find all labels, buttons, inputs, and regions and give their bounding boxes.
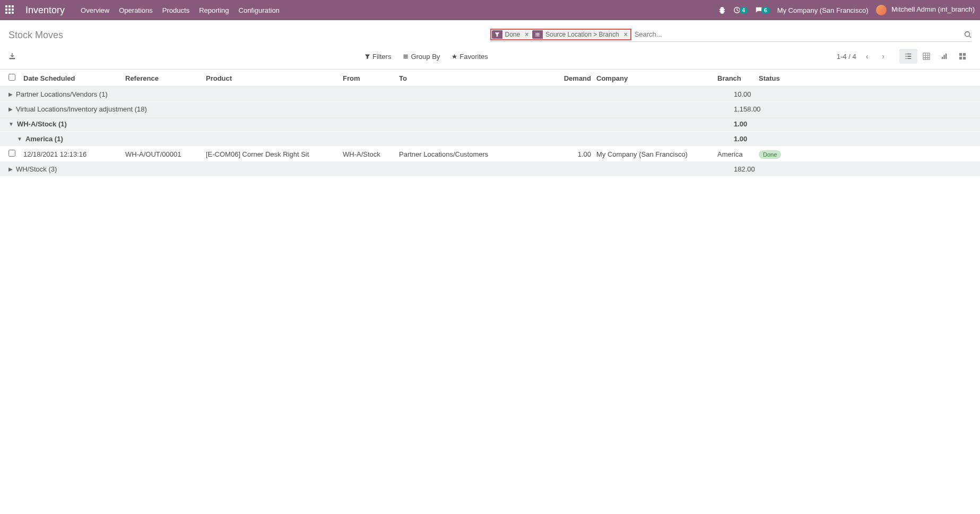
- topbar: Inventory Overview Operations Products R…: [0, 0, 980, 20]
- group-row[interactable]: ▶ Partner Locations/Vendors (1) 10.00: [0, 87, 980, 102]
- caret-down-icon: ▼: [17, 136, 22, 142]
- filters-button[interactable]: Filters: [365, 53, 391, 61]
- cell-ref: WH-A/OUT/00001: [125, 150, 206, 158]
- pager-text[interactable]: 1-4 / 4: [837, 53, 856, 61]
- group-facet-remove[interactable]: ×: [622, 31, 630, 38]
- svg-rect-9: [959, 57, 962, 59]
- filters-label: Filters: [372, 53, 391, 61]
- group-row[interactable]: ▶ Virtual Locations/Inventory adjustment…: [0, 102, 980, 117]
- activity-badge: 4: [740, 7, 748, 14]
- activity-icon[interactable]: 4: [733, 6, 748, 14]
- col-ref[interactable]: Reference: [125, 74, 206, 82]
- pager-prev[interactable]: ‹: [862, 50, 873, 63]
- caret-right-icon: ▶: [8, 106, 13, 112]
- filter-facet-label: Done: [502, 31, 523, 38]
- group-label: America (1): [25, 135, 63, 143]
- apps-icon[interactable]: [5, 5, 15, 15]
- group-demand: 1.00: [734, 135, 972, 143]
- cell-company: My Company (San Francisco): [591, 150, 717, 158]
- list-view-button[interactable]: [899, 49, 917, 64]
- favorites-button[interactable]: Favorites: [452, 53, 488, 61]
- favorites-label: Favorites: [459, 53, 488, 61]
- nav-reporting[interactable]: Reporting: [199, 6, 229, 14]
- table-header: Date Scheduled Reference Product From To…: [0, 70, 980, 87]
- svg-rect-10: [963, 57, 966, 59]
- messages-icon[interactable]: 6: [755, 6, 770, 14]
- pivot-view-button[interactable]: [953, 49, 972, 64]
- search-toolbar: Filters Group By Favorites: [365, 53, 488, 61]
- nav-configuration[interactable]: Configuration: [239, 6, 280, 14]
- group-label: WH/Stock (3): [16, 165, 57, 173]
- group-label: WH-A/Stock (1): [17, 120, 67, 128]
- filter-facet: Done ×: [492, 30, 531, 39]
- view-switcher: [899, 49, 972, 64]
- svg-rect-6: [946, 54, 947, 59]
- group-demand: 182.00: [734, 165, 972, 173]
- nav-products[interactable]: Products: [162, 6, 189, 14]
- group-row[interactable]: ▶ WH/Stock (3) 182.00: [0, 162, 980, 177]
- col-company[interactable]: Company: [591, 74, 717, 82]
- filter-facet-remove[interactable]: ×: [523, 31, 531, 38]
- svg-rect-5: [943, 55, 945, 59]
- svg-point-1: [965, 31, 970, 36]
- group-facet: Source Location > Branch ×: [532, 30, 629, 39]
- group-demand: 1.00: [734, 120, 972, 128]
- col-from[interactable]: From: [343, 74, 399, 82]
- caret-down-icon: ▼: [8, 121, 14, 127]
- col-to[interactable]: To: [399, 74, 560, 82]
- groupby-label: Group By: [411, 53, 440, 61]
- col-demand[interactable]: Demand: [560, 74, 591, 82]
- user-name: Mitchell Admin (int_branch): [891, 5, 975, 13]
- cell-from: WH-A/Stock: [343, 150, 399, 158]
- cell-branch: America: [717, 150, 759, 158]
- cell-demand: 1.00: [560, 150, 591, 158]
- pager-views: 1-4 / 4 ‹ ›: [837, 49, 972, 64]
- debug-icon[interactable]: [718, 6, 726, 14]
- status-badge: Done: [759, 150, 781, 159]
- svg-rect-2: [10, 58, 15, 59]
- group-facet-label: Source Location > Branch: [543, 31, 621, 38]
- breadcrumb: Stock Moves: [8, 30, 63, 41]
- filter-icon: [492, 30, 502, 39]
- select-all-checkbox[interactable]: [8, 74, 15, 81]
- cell-product: [E-COM06] Corner Desk Right Sit: [206, 150, 343, 158]
- group-demand: 1,158.00: [734, 105, 972, 113]
- nav-operations[interactable]: Operations: [119, 6, 153, 14]
- col-status[interactable]: Status: [759, 74, 801, 82]
- group-row[interactable]: ▼ America (1) 1.00: [0, 132, 980, 147]
- group-label: Partner Locations/Vendors (1): [16, 90, 108, 98]
- col-date[interactable]: Date Scheduled: [23, 74, 125, 82]
- messages-badge: 6: [761, 7, 770, 14]
- graph-view-button[interactable]: [935, 49, 953, 64]
- kanban-view-button[interactable]: [917, 49, 935, 64]
- col-product[interactable]: Product: [206, 74, 343, 82]
- search-icon[interactable]: [964, 31, 972, 38]
- data-table: Date Scheduled Reference Product From To…: [0, 70, 980, 177]
- svg-rect-8: [963, 53, 966, 56]
- topbar-right: 4 6 My Company (San Francisco) Mitchell …: [718, 5, 975, 15]
- nav-overview[interactable]: Overview: [81, 6, 109, 14]
- svg-rect-7: [959, 53, 962, 56]
- avatar: [876, 5, 887, 15]
- export-button[interactable]: [8, 53, 16, 60]
- app-title[interactable]: Inventory: [25, 5, 65, 16]
- cell-to: Partner Locations/Customers: [399, 150, 560, 158]
- table-row[interactable]: 12/18/2021 12:13:16 WH-A/OUT/00001 [E-CO…: [0, 147, 980, 162]
- groupby-button[interactable]: Group By: [403, 53, 440, 61]
- search-bar[interactable]: Done × Source Location > Branch ×: [490, 28, 972, 42]
- company-selector[interactable]: My Company (San Francisco): [777, 6, 869, 14]
- row-checkbox[interactable]: [8, 150, 15, 157]
- col-branch[interactable]: Branch: [717, 74, 759, 82]
- group-label: Virtual Locations/Inventory adjustment (…: [16, 105, 147, 113]
- search-input[interactable]: [631, 28, 964, 40]
- user-menu[interactable]: Mitchell Admin (int_branch): [876, 5, 975, 15]
- svg-rect-4: [942, 57, 943, 59]
- cell-status: Done: [759, 150, 801, 158]
- caret-right-icon: ▶: [8, 91, 13, 97]
- group-icon: [532, 30, 543, 39]
- control-panel: Stock Moves Done × Source Location > Bra…: [0, 20, 980, 70]
- search-facets-highlight: Done × Source Location > Branch ×: [490, 29, 631, 40]
- group-row[interactable]: ▼ WH-A/Stock (1) 1.00: [0, 117, 980, 132]
- cell-date: 12/18/2021 12:13:16: [23, 150, 125, 158]
- pager-next[interactable]: ›: [878, 50, 889, 63]
